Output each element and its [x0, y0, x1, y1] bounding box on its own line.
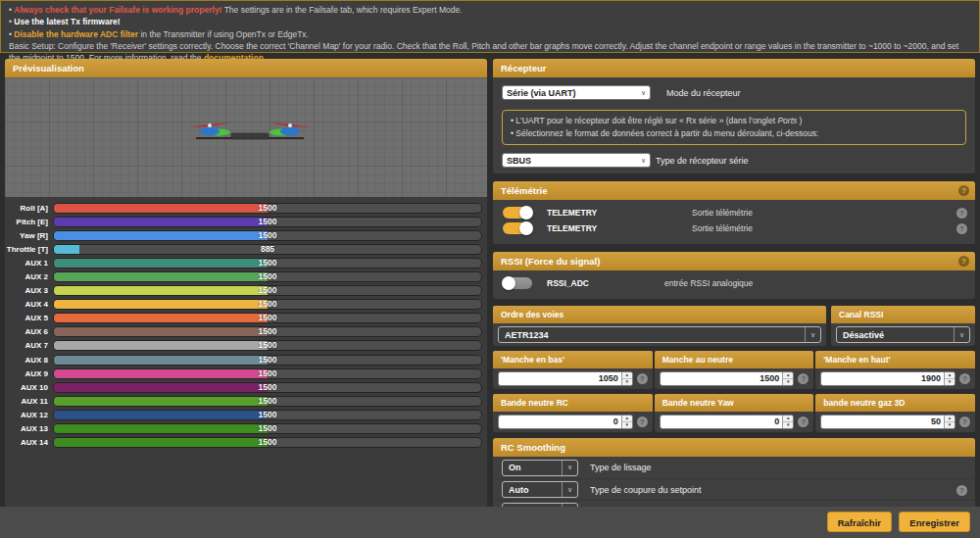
deadband-rc-value: 0: [499, 416, 621, 428]
channel-value: 1500: [54, 327, 481, 336]
deadband-row: Bande neutre RC 0 ▲▼ ? Bande neutre Yaw …: [493, 394, 975, 432]
chevron-down-icon: ∨: [562, 461, 577, 475]
spinner-down-icon[interactable]: ▼: [945, 422, 955, 428]
note-line-failsafe: • Always check that your Failsafe is wor…: [9, 4, 971, 16]
channel-value: 1500: [54, 383, 481, 392]
stick-high-value: 1900: [821, 372, 944, 385]
spinner-down-icon[interactable]: ▼: [783, 422, 793, 428]
serial-provider-select[interactable]: SBUS ∨: [502, 153, 651, 168]
save-button[interactable]: Enregistrer: [899, 512, 970, 532]
rssi-adc-toggle[interactable]: [503, 277, 532, 289]
channel-map-value: AETR1234: [505, 330, 549, 340]
help-icon[interactable]: ?: [959, 416, 970, 427]
stick-high-input[interactable]: 1900 ▲▼: [820, 371, 956, 386]
help-icon[interactable]: ?: [956, 485, 967, 496]
deadband-yaw-input[interactable]: 0 ▲▼: [660, 415, 795, 429]
channel-meter: 1500: [53, 299, 482, 310]
channel-meter: 1500: [53, 355, 482, 366]
setpoint-cutoff-value: Auto: [509, 485, 529, 495]
number-spinner[interactable]: ▲▼: [944, 416, 955, 428]
preview-panel: Prévisualisation Roll [A]1500Pitch [E]15…: [5, 59, 487, 507]
spinner-up-icon[interactable]: ▲: [783, 372, 793, 379]
chevron-down-icon: ∨: [641, 89, 646, 97]
channel-label: AUX 8: [5, 356, 48, 365]
telemetry-toggle[interactable]: [503, 222, 532, 234]
telemetry-title: Télémétrie: [501, 185, 548, 196]
refresh-button[interactable]: Rafraîchir: [827, 512, 892, 532]
channel-label: AUX 1: [5, 259, 48, 268]
channel-bar-row: AUX 121500: [5, 408, 487, 421]
rc-smoothing-section: RC Smoothing On ∨ Type de lissage Auto ∨…: [493, 438, 975, 507]
setup-note: • Always check that your Failsafe is wor…: [0, 0, 980, 53]
telemetry-toggle[interactable]: [503, 207, 532, 219]
telemetry-section: Télémétrie ? TELEMETRYSortie télémétrie?…: [493, 181, 975, 244]
rssi-channel-select[interactable]: Désactivé ∨: [836, 326, 970, 343]
spinner-down-icon[interactable]: ▼: [622, 379, 632, 385]
channel-value: 1500: [54, 272, 481, 281]
spinner-up-icon[interactable]: ▲: [783, 416, 793, 422]
firmware-warning: Use the latest Tx firmware!: [14, 17, 120, 26]
channel-meter: 1500: [53, 258, 482, 269]
channel-label: AUX 14: [5, 438, 48, 447]
channel-map-select[interactable]: AETR1234 ∨: [498, 326, 821, 343]
rssi-adc-row: RSSI_ADC entrée RSSI analogique: [493, 275, 975, 291]
bullet-icon: •: [511, 128, 514, 138]
uart-note-line1: • L'UART pour le récepteur doit être rég…: [511, 115, 957, 127]
help-icon[interactable]: ?: [637, 416, 648, 427]
number-spinner[interactable]: ▲▼: [944, 372, 955, 385]
receiver-mode-label: Mode du récepteur: [666, 88, 741, 98]
spinner-up-icon[interactable]: ▲: [622, 372, 632, 379]
spinner-up-icon[interactable]: ▲: [945, 372, 955, 379]
setpoint-cutoff-select[interactable]: Auto ∨: [502, 481, 578, 498]
number-spinner[interactable]: ▲▼: [782, 372, 793, 385]
spinner-down-icon[interactable]: ▼: [622, 422, 632, 428]
stick-center-input[interactable]: 1500 ▲▼: [660, 371, 795, 386]
spinner-down-icon[interactable]: ▼: [945, 379, 955, 385]
channel-bar-row: AUX 111500: [5, 394, 487, 408]
deadband-3d-input[interactable]: 50 ▲▼: [820, 415, 956, 429]
channel-meter: 1500: [53, 423, 482, 434]
chevron-down-icon: ∨: [641, 157, 646, 165]
setpoint-cutoff-row: Auto ∨ Type de coupure du setpoint ?: [493, 478, 975, 500]
number-spinner[interactable]: ▲▼: [621, 416, 632, 428]
smoothing-type-label: Type de lissage: [590, 463, 652, 472]
help-icon[interactable]: ?: [798, 416, 808, 427]
help-icon[interactable]: ?: [637, 373, 648, 384]
help-icon[interactable]: ?: [956, 208, 967, 219]
stick-center-body: 1500 ▲▼ ?: [655, 368, 814, 389]
channel-meter: 1500: [53, 340, 482, 351]
uart-note-text: L'UART pour le récepteur doit être réglé…: [515, 116, 777, 125]
receiver-mode-select[interactable]: Série (via UART) ∨: [502, 85, 651, 100]
help-icon[interactable]: ?: [798, 373, 808, 384]
stick-low-header: 'Manche en bas': [493, 351, 653, 368]
help-icon[interactable]: ?: [956, 223, 967, 234]
telemetry-row: TELEMETRYSortie télémétrie?: [493, 205, 975, 220]
smoothing-type-value: On: [509, 463, 521, 472]
channel-bar-row: Throttle [T]885: [5, 242, 487, 256]
help-icon[interactable]: ?: [959, 373, 970, 384]
smoothing-type-select[interactable]: On ∨: [502, 460, 578, 476]
rssi-channel-box: Canal RSSI Désactivé ∨: [831, 306, 975, 346]
chevron-down-icon: ∨: [805, 327, 820, 342]
channel-meter: 1500: [53, 396, 482, 407]
toggle-knob: [519, 206, 533, 220]
stick-low-input[interactable]: 1050 ▲▼: [498, 371, 633, 386]
uart-note: • L'UART pour le récepteur doit être rég…: [502, 110, 966, 145]
feedforward-cutoff-row: Auto ∨ Type de coupure du FeedForward ?: [493, 500, 975, 507]
spinner-down-icon[interactable]: ▼: [783, 379, 793, 385]
telemetry-desc: Sortie télémétrie: [692, 208, 753, 218]
deadband-rc-input[interactable]: 0 ▲▼: [498, 415, 633, 429]
channel-label: AUX 5: [5, 314, 48, 322]
channel-meter: 1500: [53, 271, 482, 282]
number-spinner[interactable]: ▲▼: [621, 372, 632, 385]
receiver-mode-row: Série (via UART) ∨ Mode du récepteur: [502, 85, 966, 100]
help-icon[interactable]: ?: [958, 256, 969, 267]
spinner-up-icon[interactable]: ▲: [945, 416, 955, 422]
help-icon[interactable]: ?: [958, 185, 969, 196]
number-spinner[interactable]: ▲▼: [782, 416, 793, 428]
spinner-up-icon[interactable]: ▲: [622, 416, 632, 422]
channel-bar-row: Roll [A]1500: [5, 201, 487, 215]
model-preview[interactable]: [5, 77, 487, 197]
deadband-3d-box: bande neutre gaz 3D 50 ▲▼ ?: [815, 394, 975, 432]
note-line-adc: • Disable the hardware ADC filter in the…: [9, 28, 971, 40]
